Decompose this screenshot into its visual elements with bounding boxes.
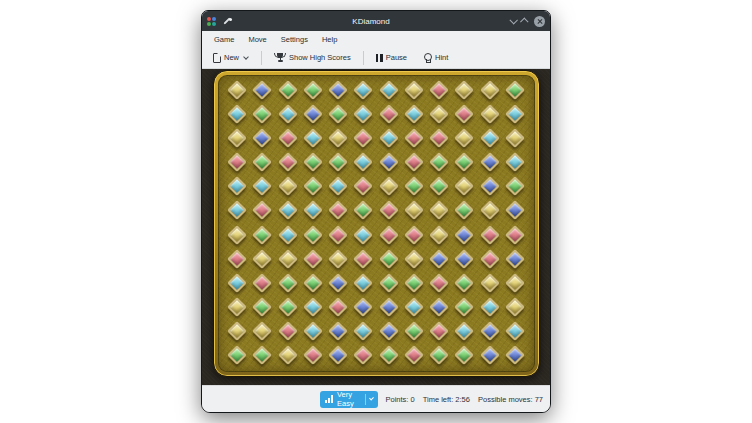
yellow-diamond[interactable]: [429, 104, 449, 124]
red-diamond[interactable]: [278, 321, 298, 341]
blue-diamond[interactable]: [480, 345, 500, 365]
green-diamond[interactable]: [505, 80, 525, 100]
green-diamond[interactable]: [404, 321, 424, 341]
green-diamond[interactable]: [303, 152, 323, 172]
red-diamond[interactable]: [480, 225, 500, 245]
green-diamond[interactable]: [454, 273, 474, 293]
green-diamond[interactable]: [252, 225, 272, 245]
blue-diamond[interactable]: [252, 80, 272, 100]
cyan-diamond[interactable]: [303, 297, 323, 317]
blue-diamond[interactable]: [328, 321, 348, 341]
red-diamond[interactable]: [404, 152, 424, 172]
red-diamond[interactable]: [404, 345, 424, 365]
yellow-diamond[interactable]: [278, 345, 298, 365]
green-diamond[interactable]: [404, 273, 424, 293]
cyan-diamond[interactable]: [480, 128, 500, 148]
yellow-diamond[interactable]: [227, 297, 247, 317]
red-diamond[interactable]: [353, 128, 373, 148]
red-diamond[interactable]: [404, 128, 424, 148]
yellow-diamond[interactable]: [252, 321, 272, 341]
green-diamond[interactable]: [454, 152, 474, 172]
blue-diamond[interactable]: [379, 321, 399, 341]
blue-diamond[interactable]: [379, 152, 399, 172]
blue-diamond[interactable]: [303, 104, 323, 124]
hint-button[interactable]: Hint: [420, 51, 451, 65]
green-diamond[interactable]: [379, 345, 399, 365]
blue-diamond[interactable]: [480, 321, 500, 341]
yellow-diamond[interactable]: [328, 249, 348, 269]
new-game-button[interactable]: New: [210, 51, 252, 65]
cyan-diamond[interactable]: [353, 152, 373, 172]
red-diamond[interactable]: [404, 225, 424, 245]
red-diamond[interactable]: [303, 249, 323, 269]
cyan-diamond[interactable]: [278, 104, 298, 124]
cyan-diamond[interactable]: [379, 80, 399, 100]
yellow-diamond[interactable]: [454, 176, 474, 196]
red-diamond[interactable]: [379, 225, 399, 245]
cyan-diamond[interactable]: [454, 321, 474, 341]
pause-button[interactable]: Pause: [373, 51, 410, 64]
yellow-diamond[interactable]: [404, 249, 424, 269]
red-diamond[interactable]: [429, 273, 449, 293]
yellow-diamond[interactable]: [227, 80, 247, 100]
red-diamond[interactable]: [303, 345, 323, 365]
yellow-diamond[interactable]: [429, 201, 449, 221]
blue-diamond[interactable]: [252, 128, 272, 148]
red-diamond[interactable]: [429, 321, 449, 341]
green-diamond[interactable]: [278, 80, 298, 100]
green-diamond[interactable]: [379, 249, 399, 269]
blue-diamond[interactable]: [480, 176, 500, 196]
blue-diamond[interactable]: [353, 297, 373, 317]
yellow-diamond[interactable]: [480, 80, 500, 100]
green-diamond[interactable]: [303, 273, 323, 293]
red-diamond[interactable]: [328, 225, 348, 245]
blue-diamond[interactable]: [379, 297, 399, 317]
green-diamond[interactable]: [252, 152, 272, 172]
green-diamond[interactable]: [303, 176, 323, 196]
cyan-diamond[interactable]: [353, 321, 373, 341]
cyan-diamond[interactable]: [480, 297, 500, 317]
yellow-diamond[interactable]: [252, 249, 272, 269]
menu-help[interactable]: Help: [315, 33, 344, 46]
red-diamond[interactable]: [379, 104, 399, 124]
green-diamond[interactable]: [454, 345, 474, 365]
yellow-diamond[interactable]: [480, 273, 500, 293]
green-diamond[interactable]: [252, 104, 272, 124]
red-diamond[interactable]: [379, 201, 399, 221]
red-diamond[interactable]: [454, 104, 474, 124]
green-diamond[interactable]: [454, 297, 474, 317]
yellow-diamond[interactable]: [379, 176, 399, 196]
blue-diamond[interactable]: [505, 249, 525, 269]
cyan-diamond[interactable]: [353, 225, 373, 245]
blue-diamond[interactable]: [429, 297, 449, 317]
yellow-diamond[interactable]: [227, 128, 247, 148]
red-diamond[interactable]: [278, 128, 298, 148]
red-diamond[interactable]: [353, 176, 373, 196]
yellow-diamond[interactable]: [278, 249, 298, 269]
red-diamond[interactable]: [227, 152, 247, 172]
show-high-scores-button[interactable]: Show High Scores: [271, 51, 354, 65]
cyan-diamond[interactable]: [404, 104, 424, 124]
pin-icon[interactable]: [223, 17, 232, 26]
maximize-button[interactable]: [520, 17, 528, 25]
green-diamond[interactable]: [454, 201, 474, 221]
green-diamond[interactable]: [328, 152, 348, 172]
yellow-diamond[interactable]: [227, 225, 247, 245]
cyan-diamond[interactable]: [505, 152, 525, 172]
yellow-diamond[interactable]: [505, 128, 525, 148]
red-diamond[interactable]: [505, 225, 525, 245]
red-diamond[interactable]: [429, 128, 449, 148]
yellow-diamond[interactable]: [480, 201, 500, 221]
red-diamond[interactable]: [328, 297, 348, 317]
blue-diamond[interactable]: [328, 80, 348, 100]
yellow-diamond[interactable]: [278, 176, 298, 196]
blue-diamond[interactable]: [505, 201, 525, 221]
cyan-diamond[interactable]: [303, 128, 323, 148]
green-diamond[interactable]: [303, 225, 323, 245]
blue-diamond[interactable]: [328, 345, 348, 365]
yellow-diamond[interactable]: [328, 128, 348, 148]
cyan-diamond[interactable]: [404, 297, 424, 317]
game-board[interactable]: [218, 75, 535, 372]
blue-diamond[interactable]: [454, 249, 474, 269]
cyan-diamond[interactable]: [353, 104, 373, 124]
